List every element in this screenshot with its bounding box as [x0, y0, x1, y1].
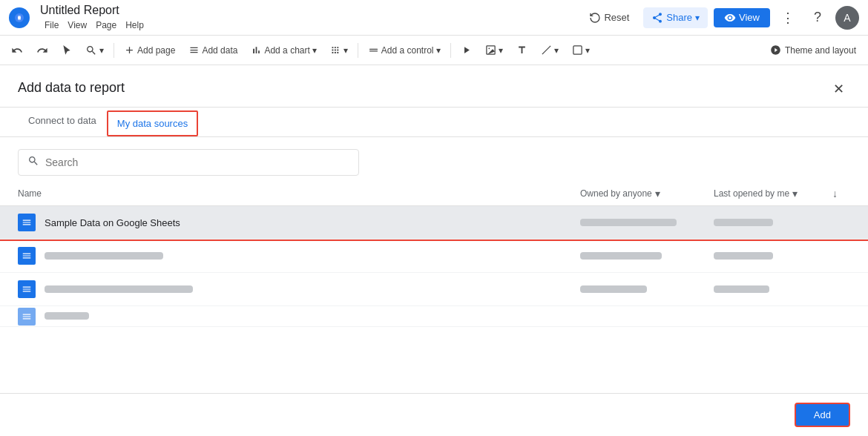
looker-studio-icon — [13, 12, 25, 24]
shape-button[interactable]: ▾ — [567, 42, 595, 59]
menu-file[interactable]: File — [40, 19, 63, 32]
table-row[interactable] — [0, 306, 868, 327]
svg-point-1 — [18, 16, 21, 19]
table-row[interactable]: Sample Data on Google Sheets — [0, 206, 868, 240]
help-button[interactable]: ? — [806, 6, 829, 30]
opened-placeholder-3 — [714, 285, 769, 293]
row-icon-3 — [18, 280, 36, 298]
control-icon — [368, 44, 379, 56]
share-icon — [651, 12, 663, 24]
tab-my-data-sources[interactable]: My data sources — [107, 110, 198, 136]
chart-chevron: ▾ — [312, 45, 317, 56]
col-sort-icon: ↓ — [832, 188, 850, 199]
table-row[interactable] — [0, 240, 868, 273]
add-data-dialog: Add data to report ✕ Connect to data My … — [0, 65, 868, 436]
text-icon — [516, 44, 527, 56]
row-opened-2 — [714, 252, 832, 260]
line-chevron: ▾ — [554, 45, 559, 56]
row-name-2 — [45, 251, 580, 262]
add-data-button[interactable]: Add data — [183, 42, 243, 59]
redo-button[interactable] — [31, 42, 53, 59]
line-icon — [541, 44, 552, 56]
toolbar-divider-3 — [450, 43, 451, 58]
select-button[interactable] — [56, 42, 77, 59]
toolbar-divider-1 — [114, 43, 114, 58]
embed-button[interactable] — [456, 42, 477, 59]
svg-rect-2 — [369, 49, 378, 50]
add-button[interactable]: Add — [795, 403, 850, 427]
toolbar: ▾ Add page Add data Add a chart ▾ ▾ Add … — [0, 36, 868, 65]
dialog-tabs: Connect to data My data sources — [0, 108, 868, 137]
opened-chevron: ▾ — [792, 188, 798, 199]
dialog-header: Add data to report ✕ — [0, 65, 868, 108]
row-name-3 — [45, 284, 580, 295]
view-button[interactable]: View — [714, 8, 770, 27]
svg-line-6 — [542, 46, 550, 54]
table-row[interactable] — [0, 273, 868, 306]
col-header-owned: Owned by anyone ▾ — [580, 188, 714, 199]
zoom-button[interactable]: ▾ — [80, 42, 109, 59]
row-icon-4 — [18, 308, 36, 326]
row-opened-1 — [714, 219, 832, 226]
zoom-chevron: ▾ — [99, 45, 104, 56]
share-chevron: ▾ — [695, 13, 700, 23]
search-area — [0, 137, 868, 182]
svg-point-5 — [488, 47, 490, 49]
dialog-close-button[interactable]: ✕ — [826, 77, 850, 101]
cursor-icon — [62, 45, 72, 56]
zoom-icon — [85, 44, 97, 56]
line-button[interactable]: ▾ — [536, 42, 564, 59]
search-icon — [27, 155, 39, 170]
svg-rect-7 — [573, 46, 581, 54]
image-icon — [485, 44, 496, 56]
opened-placeholder-2 — [714, 252, 773, 260]
row-name-4 — [45, 311, 850, 322]
top-actions: Reset Share ▾ View ⋮ ? A — [581, 6, 859, 30]
image-button[interactable]: ▾ — [480, 42, 508, 59]
shape-icon — [572, 44, 583, 56]
row-opened-3 — [714, 285, 832, 293]
add-chart-button[interactable]: Add a chart ▾ — [246, 42, 321, 59]
dialog-title: Add data to report — [18, 80, 125, 105]
theme-layout-button[interactable]: Theme and layout — [764, 42, 862, 59]
avatar[interactable]: A — [835, 6, 859, 30]
owned-placeholder-1 — [580, 219, 677, 226]
name-placeholder-2 — [45, 252, 163, 260]
undo-button[interactable] — [6, 42, 28, 59]
tab-connect-to-data[interactable]: Connect to data — [18, 108, 107, 137]
app-icon — [9, 7, 30, 28]
search-box — [18, 149, 359, 176]
share-button[interactable]: Share ▾ — [643, 7, 708, 28]
col-header-name: Name — [18, 188, 580, 199]
more-options-button[interactable]: ⋮ — [776, 6, 800, 30]
svg-rect-3 — [369, 50, 378, 51]
add-data-icon — [188, 44, 200, 56]
add-chart-icon — [251, 44, 262, 56]
view-icon — [724, 12, 736, 24]
top-bar: Untitled Report File View Page Help Rese… — [0, 0, 868, 36]
control-chevron: ▾ — [436, 45, 441, 56]
search-input[interactable] — [45, 156, 349, 168]
reset-button[interactable]: Reset — [581, 7, 637, 28]
name-placeholder-3 — [45, 285, 193, 293]
add-control-button[interactable]: Add a control ▾ — [363, 42, 446, 59]
menu-page[interactable]: Page — [91, 19, 121, 32]
grid-chevron: ▾ — [343, 45, 348, 56]
menu-help[interactable]: Help — [121, 19, 148, 32]
add-page-button[interactable]: Add page — [119, 42, 180, 59]
table-header: Name Owned by anyone ▾ Last opened by me… — [0, 182, 868, 206]
undo-icon — [11, 44, 23, 56]
opened-placeholder-1 — [714, 219, 773, 226]
row-icon-1 — [18, 214, 36, 231]
layout-grid-button[interactable]: ▾ — [325, 42, 353, 59]
menu-view[interactable]: View — [63, 19, 91, 32]
grid-icon — [330, 44, 341, 56]
report-title: Untitled Report — [40, 3, 575, 17]
menu-bar: File View Page Help — [40, 19, 575, 32]
text-button[interactable] — [511, 42, 533, 59]
row-owned-2 — [580, 252, 714, 260]
row-owned-1 — [580, 219, 714, 226]
title-block: Untitled Report File View Page Help — [40, 3, 575, 31]
dialog-footer: Add — [0, 393, 868, 436]
name-placeholder-4 — [45, 312, 89, 320]
